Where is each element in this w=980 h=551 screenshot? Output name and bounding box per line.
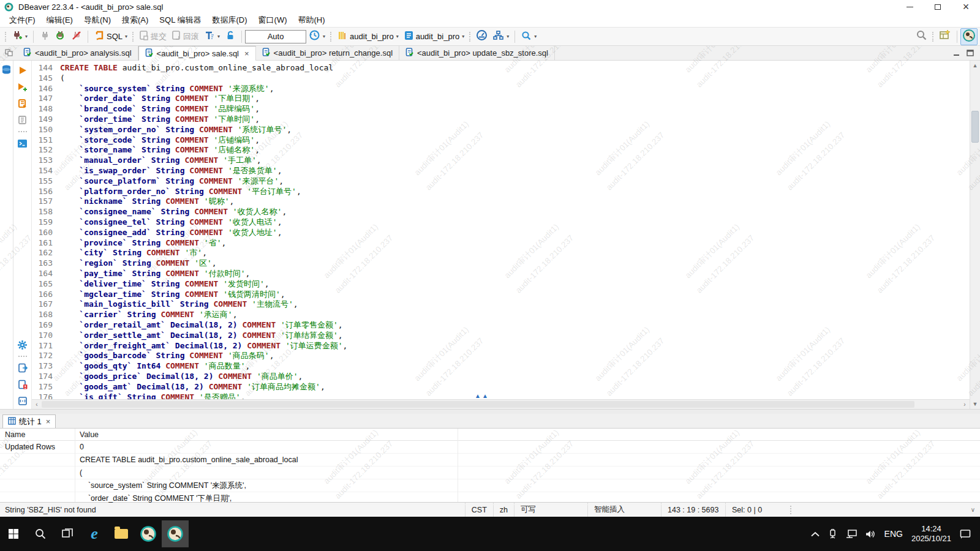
editor-tab[interactable]: <audit_bi_pro> analysis.sql	[17, 46, 138, 60]
validate-script-button[interactable]	[17, 379, 29, 390]
scroll-right-icon[interactable]: ›	[960, 401, 970, 408]
editor-tab[interactable]: <audit_bi_pro> return_change.sql	[256, 46, 399, 60]
minimize-button[interactable]	[895, 0, 924, 13]
reconnect-button[interactable]	[53, 29, 69, 44]
settings-button[interactable]	[17, 339, 29, 350]
notification-center-icon[interactable]	[960, 529, 971, 539]
transaction-log-button[interactable]: ▾	[202, 29, 222, 44]
open-terminal-button[interactable]	[17, 138, 29, 149]
line-number: 172	[32, 351, 60, 361]
menu-item[interactable]: 窗口(W)	[253, 13, 293, 27]
menu-item[interactable]: 数据库(D)	[207, 13, 253, 27]
editor-side-toolbar	[13, 61, 32, 409]
vertical-scroll-thumb[interactable]	[971, 111, 979, 143]
execute-statement-button[interactable]	[17, 65, 29, 76]
explain-plan-button[interactable]	[17, 114, 29, 126]
templates-button[interactable]	[17, 395, 29, 407]
result-row[interactable]: CREATE TABLE audit_bi_pro.custom_online_…	[0, 454, 980, 467]
result-value-cell: `source_system` String COMMENT '来源系统',	[75, 481, 246, 491]
menu-item[interactable]: 帮助(H)	[292, 13, 330, 27]
editor-tab[interactable]: <audit_bi_pro> sale.sql×	[138, 46, 256, 61]
horizontal-scroll-thumb[interactable]	[42, 401, 914, 408]
code-line: 158 `consignee_name` String COMMENT '收货人…	[32, 207, 970, 217]
schema-combo[interactable]: audit_bi_pro ▾	[401, 29, 467, 44]
close-tab-icon[interactable]: ×	[244, 49, 249, 58]
usb-device-icon[interactable]	[828, 529, 837, 539]
menu-item[interactable]: 搜索(A)	[116, 13, 154, 27]
plug-refresh-icon	[55, 30, 66, 43]
restore-panel-icon[interactable]	[5, 48, 13, 59]
tray-chevron-up-icon[interactable]	[811, 531, 820, 537]
result-row[interactable]: `source_system` String COMMENT '来源系统',	[0, 479, 980, 492]
dbeaver-taskbar-button-active[interactable]	[162, 520, 189, 547]
close-button[interactable]: ×	[952, 0, 980, 13]
column-header-name[interactable]: Name	[0, 430, 75, 439]
rollback-button[interactable]: 回滚	[169, 29, 202, 44]
editor-tab[interactable]: <audit_bi_pro> update_sbz_store.sql	[399, 46, 555, 60]
scroll-down-icon[interactable]: ▼	[970, 399, 980, 409]
user-avatar-button[interactable]	[960, 28, 978, 45]
line-number: 154	[32, 166, 60, 176]
panel-splitter[interactable]	[0, 409, 980, 414]
dashboard-button[interactable]	[473, 29, 490, 44]
toolbar-separator	[241, 31, 242, 43]
line-number: 151	[32, 135, 60, 146]
taskbar-clock[interactable]: 14:24 2025/10/21	[911, 524, 951, 544]
menu-item[interactable]: 导航(N)	[78, 13, 116, 27]
menu-item[interactable]: 编辑(E)	[41, 13, 78, 27]
sql-code-editor[interactable]: 144CREATE TABLE audit_bi_pro.custom_onli…	[32, 61, 970, 399]
restore-panel-arrows[interactable]: ▲▲	[475, 392, 489, 399]
execute-script-button[interactable]	[17, 98, 29, 109]
dbeaver-taskbar-button[interactable]	[135, 520, 162, 547]
folder-icon	[115, 529, 128, 539]
menu-item[interactable]: SQL 编辑器	[154, 13, 206, 27]
horizontal-scrollbar[interactable]: ‹ ›	[32, 399, 970, 409]
query-history-button[interactable]: ▾	[306, 29, 328, 44]
volume-icon[interactable]	[865, 530, 876, 539]
commit-button[interactable]: 提交	[137, 29, 169, 44]
result-row[interactable]: `order_date` String COMMENT '下单日期',	[0, 492, 980, 505]
input-language[interactable]: ENG	[884, 529, 903, 539]
status-message: String 'SBZ_HIS' not found	[0, 506, 96, 514]
execute-new-tab-button[interactable]	[17, 81, 29, 92]
new-connection-button[interactable]: ▾	[9, 29, 30, 44]
vertical-scrollbar[interactable]: ▲ ▼	[970, 61, 980, 409]
toolbar-drag-handle	[469, 32, 471, 42]
scroll-up-icon[interactable]: ▲	[970, 61, 980, 70]
results-tab-stats[interactable]: 统计 1 ×	[2, 414, 56, 428]
search-data-button[interactable]: ▾	[518, 29, 539, 44]
internet-explorer-button[interactable]: e	[81, 520, 108, 547]
close-results-icon[interactable]: ×	[46, 417, 51, 426]
maximize-button[interactable]	[924, 0, 952, 13]
execution-plan-button[interactable]: ▾	[490, 29, 511, 44]
sql-editor-button[interactable]: SQL ▾	[91, 29, 130, 44]
connect-button[interactable]	[37, 29, 53, 44]
minimize-view-button[interactable]	[953, 48, 960, 59]
result-row[interactable]: (	[0, 467, 980, 479]
save-to-file-button[interactable]	[17, 362, 29, 373]
lock-button[interactable]	[222, 29, 238, 44]
column-header-value[interactable]: Value	[75, 430, 99, 439]
window-title: DBeaver 22.3.4 - <audit_bi_pro> sale.sql	[18, 2, 163, 12]
disconnect-button[interactable]	[69, 29, 85, 44]
side-strip	[0, 61, 13, 409]
tx-mode-combo[interactable]: Auto	[245, 30, 306, 43]
perspective-button[interactable]	[937, 29, 954, 44]
status-chevron-icon[interactable]: ∨	[796, 506, 980, 513]
quick-search-button[interactable]	[913, 29, 930, 44]
code-line: 171 `order_freight_amt` Decimal(18, 2) C…	[32, 341, 970, 351]
taskbar-search-button[interactable]	[27, 520, 54, 547]
start-button[interactable]	[0, 520, 27, 547]
maximize-view-button[interactable]	[967, 48, 974, 59]
file-explorer-button[interactable]	[108, 520, 135, 547]
connection-combo[interactable]: audit_bi_pro ▾	[334, 29, 401, 44]
transaction-log-icon	[204, 30, 215, 43]
task-view-button[interactable]	[54, 520, 81, 547]
rollback-label: 回滚	[183, 31, 199, 42]
result-row[interactable]: Updated Rows0	[0, 441, 980, 454]
network-icon[interactable]	[846, 530, 857, 538]
scroll-left-icon[interactable]: ‹	[32, 401, 42, 408]
menu-item[interactable]: 文件(F)	[4, 13, 41, 27]
database-navigator-icon[interactable]	[1, 64, 12, 409]
code-line: 155 `source_platform` String COMMENT '来源…	[32, 176, 970, 187]
